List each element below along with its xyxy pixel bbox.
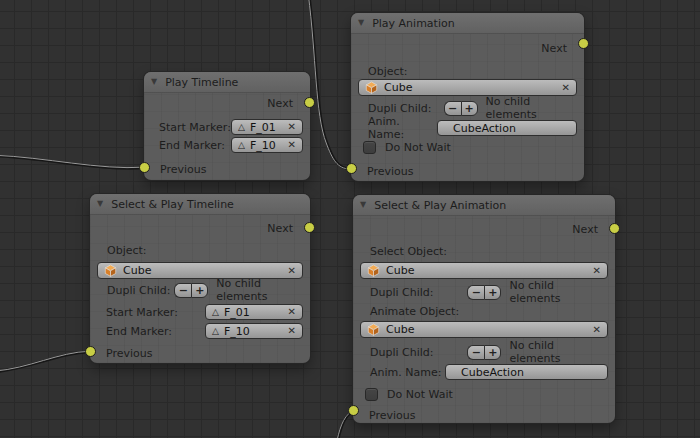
dupli-child-label: Dupli Child: bbox=[368, 102, 444, 115]
plus-icon: + bbox=[464, 103, 473, 114]
node-select-play-timeline[interactable]: ▼ Select & Play Timeline Next Object: Cu… bbox=[90, 194, 310, 363]
select-object-field-row: Cube ✕ bbox=[360, 262, 608, 279]
animate-object-field-row: Cube ✕ bbox=[360, 321, 608, 338]
minus-icon: − bbox=[448, 103, 457, 114]
end-marker-row: End Marker: △ F_10 ✕ bbox=[151, 137, 303, 153]
object-field[interactable]: Cube ✕ bbox=[358, 79, 577, 96]
next-socket-label: Next bbox=[267, 97, 293, 110]
node-body: Next Object: Cube ✕ Dupli Child: bbox=[351, 34, 584, 179]
object-label: Object: bbox=[107, 244, 147, 257]
do-not-wait-row: Do Not Wait bbox=[358, 140, 577, 155]
cube-icon bbox=[367, 323, 380, 336]
socket-previous-input[interactable] bbox=[348, 405, 359, 416]
clear-x-icon[interactable]: ✕ bbox=[288, 307, 296, 317]
socket-next-output[interactable] bbox=[578, 38, 589, 49]
animate-object-label: Animate Object: bbox=[370, 305, 459, 318]
anim-name-field[interactable]: CubeAction bbox=[437, 120, 577, 136]
end-marker-field[interactable]: △ F_10 ✕ bbox=[205, 323, 303, 339]
anim-name-value: CubeAction bbox=[453, 122, 516, 135]
clear-x-icon[interactable]: ✕ bbox=[288, 122, 296, 132]
plus-button[interactable]: + bbox=[461, 101, 478, 116]
next-socket-label: Next bbox=[267, 222, 293, 235]
socket-previous-input[interactable] bbox=[346, 163, 357, 174]
node-title: Select & Play Timeline bbox=[111, 198, 234, 211]
node-body: Next Start Marker: △ F_01 ✕ End Marker: … bbox=[144, 93, 310, 177]
socket-next-output[interactable] bbox=[304, 97, 315, 108]
plus-icon: + bbox=[488, 287, 497, 298]
next-socket-row: Next bbox=[358, 38, 577, 58]
start-marker-label: Start Marker: bbox=[106, 306, 178, 319]
node-header[interactable]: ▼ Play Animation bbox=[351, 13, 584, 34]
clear-x-icon[interactable]: ✕ bbox=[288, 326, 296, 336]
end-marker-value: F_10 bbox=[224, 325, 250, 338]
marker-triangle-icon: △ bbox=[238, 141, 245, 150]
minus-button[interactable]: − bbox=[467, 285, 484, 300]
plus-button[interactable]: + bbox=[191, 283, 208, 298]
socket-next-output[interactable] bbox=[609, 223, 620, 234]
socket-previous-input[interactable] bbox=[139, 162, 150, 173]
do-not-wait-row: Do Not Wait bbox=[360, 387, 608, 402]
object-label: Object: bbox=[368, 65, 408, 78]
minus-button[interactable]: − bbox=[444, 101, 461, 116]
minus-button[interactable]: − bbox=[467, 345, 484, 360]
dupli-child-row: Dupli Child: − + No child elements bbox=[360, 284, 608, 300]
animate-object-value: Cube bbox=[386, 323, 414, 336]
dupli-status-text: No child elements bbox=[509, 339, 608, 365]
anim-name-label: Anim. Name: bbox=[370, 366, 445, 379]
cube-icon bbox=[367, 264, 380, 277]
node-header[interactable]: ▼ Select & Play Timeline bbox=[90, 194, 310, 215]
next-socket-label: Next bbox=[572, 223, 598, 236]
node-body: Next Object: Cube ✕ Dupli Child: bbox=[90, 215, 310, 361]
dupli-child-row: Dupli Child: − + No child elements bbox=[358, 100, 577, 116]
anim-name-value: CubeAction bbox=[461, 366, 524, 379]
anim-name-field[interactable]: CubeAction bbox=[445, 364, 608, 380]
end-marker-field[interactable]: △ F_10 ✕ bbox=[231, 137, 303, 153]
marker-triangle-icon: △ bbox=[212, 327, 219, 336]
collapse-triangle-icon[interactable]: ▼ bbox=[97, 200, 103, 208]
plus-button[interactable]: + bbox=[484, 285, 501, 300]
collapse-triangle-icon[interactable]: ▼ bbox=[360, 201, 366, 209]
minus-icon: − bbox=[472, 287, 481, 298]
node-play-animation[interactable]: ▼ Play Animation Next Object: Cube ✕ bbox=[351, 13, 584, 181]
collapse-triangle-icon[interactable]: ▼ bbox=[151, 78, 157, 86]
clear-x-icon[interactable]: ✕ bbox=[288, 266, 296, 276]
plus-button[interactable]: + bbox=[484, 345, 501, 360]
socket-previous-input[interactable] bbox=[85, 346, 96, 357]
plus-icon: + bbox=[488, 347, 497, 358]
plus-icon: + bbox=[195, 285, 204, 296]
node-header[interactable]: ▼ Play Timeline bbox=[144, 72, 310, 93]
collapse-triangle-icon[interactable]: ▼ bbox=[358, 19, 364, 27]
animate-object-field[interactable]: Cube ✕ bbox=[360, 321, 608, 338]
object-value: Cube bbox=[384, 81, 412, 94]
dupli-stepper: − + bbox=[174, 283, 208, 298]
select-object-label: Select Object: bbox=[370, 245, 447, 258]
node-editor-canvas[interactable]: ▼ Play Timeline Next Start Marker: △ F_0… bbox=[0, 0, 700, 438]
dupli-child-row: Dupli Child: − + No child elements bbox=[360, 344, 608, 360]
next-socket-row: Next bbox=[360, 219, 608, 239]
node-select-play-animation[interactable]: ▼ Select & Play Animation Next Select Ob… bbox=[353, 195, 615, 423]
select-object-field[interactable]: Cube ✕ bbox=[360, 262, 608, 279]
minus-icon: − bbox=[179, 285, 188, 296]
select-object-value: Cube bbox=[386, 264, 414, 277]
start-marker-field[interactable]: △ F_01 ✕ bbox=[231, 119, 303, 135]
previous-socket-row: Previous bbox=[360, 407, 608, 423]
anim-name-row: Anim. Name: CubeAction bbox=[358, 120, 577, 136]
object-label-row: Object: bbox=[97, 243, 303, 257]
marker-triangle-icon: △ bbox=[238, 123, 245, 132]
link-to-play-animation-previous bbox=[308, 0, 351, 169]
clear-x-icon[interactable]: ✕ bbox=[288, 140, 296, 150]
node-play-timeline[interactable]: ▼ Play Timeline Next Start Marker: △ F_0… bbox=[144, 72, 310, 180]
link-to-select-play-timeline-previous bbox=[0, 351, 90, 372]
previous-socket-label: Previous bbox=[160, 163, 207, 176]
minus-button[interactable]: − bbox=[174, 283, 191, 298]
clear-x-icon[interactable]: ✕ bbox=[562, 83, 570, 93]
select-object-label-row: Select Object: bbox=[360, 244, 608, 258]
clear-x-icon[interactable]: ✕ bbox=[593, 325, 601, 335]
node-header[interactable]: ▼ Select & Play Animation bbox=[353, 195, 615, 216]
clear-x-icon[interactable]: ✕ bbox=[593, 266, 601, 276]
do-not-wait-checkbox[interactable] bbox=[363, 141, 376, 154]
object-label-row: Object: bbox=[358, 64, 577, 78]
start-marker-field[interactable]: △ F_01 ✕ bbox=[205, 304, 303, 320]
socket-next-output[interactable] bbox=[304, 222, 315, 233]
do-not-wait-checkbox[interactable] bbox=[365, 388, 378, 401]
